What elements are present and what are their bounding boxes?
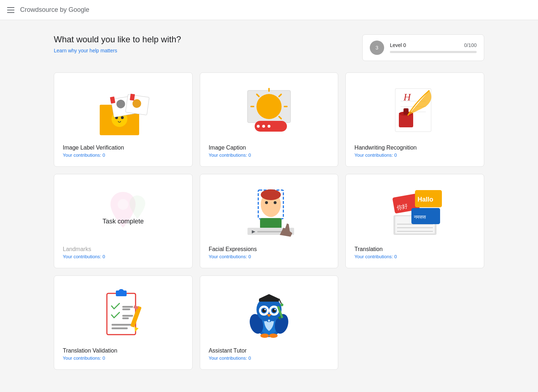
svg-text:H: H (403, 91, 411, 103)
svg-rect-59 (122, 317, 129, 319)
svg-point-83 (265, 321, 267, 323)
card-image-translation: 你好 Hallo नमसस (354, 183, 475, 240)
card-title-image-label-verification: Image Label Verification (63, 145, 184, 151)
svg-marker-71 (259, 294, 279, 299)
svg-rect-56 (122, 306, 133, 308)
svg-point-73 (280, 303, 283, 306)
card-contributions-assistant-tutor: Your contributions: 0 (209, 355, 330, 361)
card-image-translation-validation (63, 284, 184, 342)
card-image-handwriting-recognition: H (354, 81, 475, 139)
card-contributions-landmarks: Your contributions: 0 (63, 254, 184, 259)
svg-rect-57 (122, 308, 130, 310)
svg-point-80 (264, 309, 266, 310)
svg-rect-55 (119, 289, 124, 293)
card-handwriting-recognition[interactable]: H Handwriting Recognition Your contribut… (345, 72, 484, 167)
card-contributions-translation-validation: Your contributions: 0 (63, 355, 184, 361)
svg-point-85 (271, 321, 273, 323)
card-title-image-caption: Image Caption (209, 145, 330, 151)
learn-link[interactable]: Learn why your help matters (54, 48, 117, 53)
level-header: Level 0 0/100 (390, 42, 477, 48)
card-title-landmarks: Landmarks (63, 246, 184, 252)
top-section: What would you like to help with? Learn … (54, 34, 484, 61)
svg-rect-9 (110, 96, 115, 104)
app-header: Crowdsource by Google (0, 0, 538, 20)
card-title-translation: Translation (354, 246, 475, 252)
main-content: What would you like to help with? Learn … (47, 20, 491, 384)
card-image-landmarks (63, 183, 184, 240)
svg-point-20 (257, 125, 260, 128)
svg-point-35 (265, 201, 268, 204)
svg-point-22 (268, 125, 270, 128)
svg-point-31 (118, 199, 128, 210)
svg-rect-60 (112, 324, 133, 326)
svg-point-81 (274, 309, 276, 310)
card-title-facial-expressions: Facial Expressions (209, 246, 330, 252)
svg-point-12 (256, 94, 282, 119)
app-title: Crowdsource by Google (20, 6, 89, 14)
card-title-translation-validation: Translation Validation (63, 348, 184, 354)
task-complete-text: Task complete (103, 217, 144, 225)
svg-rect-61 (112, 327, 128, 329)
svg-point-34 (261, 189, 281, 200)
card-image-assistant-tutor (209, 284, 330, 342)
level-label: Level 0 (390, 42, 406, 48)
card-assistant-tutor[interactable]: Assistant Tutor Your contributions: 0 (200, 275, 339, 370)
svg-rect-70 (259, 299, 279, 302)
card-image-image-label-verification (63, 81, 184, 139)
card-translation-validation[interactable]: Translation Validation Your contribution… (54, 275, 193, 370)
svg-rect-38 (260, 218, 282, 229)
card-title-handwriting-recognition: Handwriting Recognition (354, 145, 475, 151)
svg-text:Hallo: Hallo (417, 196, 433, 203)
card-translation[interactable]: 你好 Hallo नमसस Translation Your contribut… (345, 174, 484, 268)
progress-bar (390, 51, 477, 53)
card-contributions-image-label-verification: Your contributions: 0 (63, 152, 184, 158)
svg-point-36 (274, 201, 277, 204)
svg-point-87 (269, 334, 278, 338)
svg-point-21 (262, 125, 265, 128)
avatar: 3 (370, 41, 384, 55)
svg-rect-10 (130, 94, 135, 100)
svg-rect-29 (404, 108, 409, 115)
card-image-facial-expressions (209, 183, 330, 240)
svg-text:नमसस: नमसस (414, 214, 426, 220)
svg-rect-58 (122, 315, 133, 317)
card-contributions-translation: Your contributions: 0 (354, 254, 475, 259)
page-title: What would you like to help with? (54, 34, 181, 44)
card-title-assistant-tutor: Assistant Tutor (209, 348, 330, 354)
level-info: Level 0 0/100 (390, 42, 477, 53)
card-image-image-caption (209, 81, 330, 139)
card-contributions-facial-expressions: Your contributions: 0 (209, 254, 330, 259)
hamburger-menu-button[interactable] (7, 7, 14, 13)
level-score: 0/100 (464, 42, 477, 48)
svg-point-84 (268, 320, 270, 322)
card-image-label-verification[interactable]: Image Label Verification Your contributi… (54, 72, 193, 167)
card-contributions-handwriting-recognition: Your contributions: 0 (354, 152, 475, 158)
card-contributions-image-caption: Your contributions: 0 (209, 152, 330, 158)
hero-text: What would you like to help with? Learn … (54, 34, 181, 54)
svg-point-4 (121, 116, 124, 119)
svg-point-86 (260, 334, 269, 338)
cards-grid: Image Label Verification Your contributi… (54, 72, 484, 370)
task-complete-overlay: Task complete (103, 217, 144, 225)
card-landmarks[interactable]: Task complete Landmarks Your contributio… (54, 174, 193, 268)
level-card: 3 Level 0 0/100 (362, 34, 484, 61)
card-facial-expressions[interactable]: Facial Expressions Your contributions: 0 (200, 174, 339, 268)
card-image-caption[interactable]: Image Caption Your contributions: 0 (200, 72, 339, 167)
